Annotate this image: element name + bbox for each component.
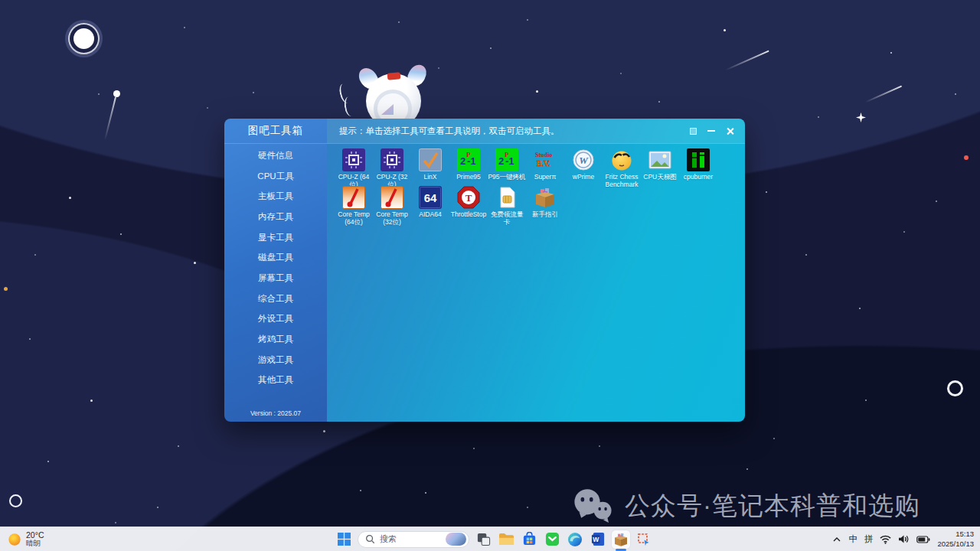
tool-item[interactable]: CPU天梯图	[641, 148, 679, 181]
sidebar-item-10[interactable]: 游戏工具	[224, 350, 327, 370]
aida64-icon: 64	[419, 186, 442, 209]
version-label: Version : 2025.07	[224, 409, 327, 417]
svg-text:-1: -1	[467, 155, 476, 167]
windows-logo-icon	[338, 533, 351, 546]
tool-item[interactable]: WwPrime	[564, 148, 603, 181]
simcard-icon	[495, 186, 518, 209]
star	[490, 47, 492, 49]
sidebar-item-6[interactable]: 屏幕工具	[224, 268, 327, 289]
sidebar-item-4[interactable]: 显卡工具	[224, 227, 327, 248]
start-button[interactable]	[335, 530, 353, 549]
tool-item[interactable]: CPU-Z (32位)	[373, 148, 411, 188]
sidebar-item-9[interactable]: 烤鸡工具	[224, 329, 327, 350]
star	[766, 191, 767, 193]
menu-button[interactable]	[684, 122, 702, 140]
edge-icon	[567, 532, 583, 547]
minimize-icon	[707, 130, 715, 132]
star	[115, 522, 116, 523]
sidebar-item-11[interactable]: 其他工具	[224, 370, 327, 391]
tray-date: 2025/10/13	[937, 540, 974, 548]
tool-item[interactable]: 64AIDA64	[411, 186, 449, 218]
star	[473, 448, 475, 449]
svg-text:T: T	[466, 192, 472, 204]
star	[890, 52, 892, 54]
tool-item[interactable]: 免费领流量卡	[488, 186, 526, 226]
tray-overflow-button[interactable]	[832, 536, 841, 543]
star	[773, 438, 775, 439]
star	[178, 445, 179, 447]
sidebar-item-2[interactable]: 主板工具	[224, 186, 327, 207]
sidebar-item-5[interactable]: 磁盘工具	[224, 247, 327, 268]
weather-widget[interactable]: 20°C 晴朗	[8, 530, 44, 548]
tool-item[interactable]: StudioB.V.Superπ	[526, 148, 564, 181]
prime95-icon: 2P-1	[495, 148, 518, 171]
tool-grid: CPU-Z (64位)CPU-Z (32位)LinX2P-1Prime952P-…	[327, 144, 745, 223]
tool-item[interactable]: 2P-1P95一键烤机	[488, 148, 526, 181]
tool-item[interactable]: CPU-Z (64位)	[335, 148, 373, 188]
sidebar-item-8[interactable]: 外设工具	[224, 309, 327, 330]
shooting-star	[865, 86, 902, 103]
tray-time: 15:13	[956, 530, 974, 538]
star	[746, 468, 748, 470]
search-icon	[365, 534, 375, 544]
tool-item[interactable]: TThrottleStop	[449, 186, 488, 218]
svg-text:2: 2	[498, 155, 504, 167]
volume-icon	[898, 534, 910, 544]
sidebar-item-0[interactable]: 硬件信息	[224, 145, 327, 166]
cpuz-icon	[342, 148, 365, 171]
edge-button[interactable]	[566, 530, 584, 549]
star	[527, 19, 528, 21]
ime-mode-button[interactable]: 拼	[864, 533, 874, 545]
taskbar-center: 搜索	[335, 527, 653, 551]
tool-item[interactable]: Core Temp (64位)	[335, 186, 373, 226]
desktop: 图吧工具箱 硬件信息CPU工具主板工具内存工具显卡工具磁盘工具屏幕工具综合工具外…	[0, 0, 980, 551]
sun-icon	[8, 533, 21, 546]
prime95-icon: 2P-1	[457, 148, 480, 171]
tool-item[interactable]: cpuburner	[679, 148, 717, 181]
taskbar: 20°C 晴朗 搜索	[0, 527, 980, 551]
tool-item[interactable]: 新手指引	[526, 186, 564, 218]
toolbox-app-button[interactable]	[612, 530, 630, 549]
star	[253, 92, 254, 93]
tool-item[interactable]: Core Temp (32位)	[373, 186, 411, 226]
svg-text:B.V.: B.V.	[537, 159, 550, 168]
file-explorer-button[interactable]	[497, 530, 515, 549]
tool-label: cpuburner	[684, 173, 713, 181]
shooting-star	[725, 50, 769, 70]
tool-item[interactable]: LinX	[411, 148, 449, 181]
close-button[interactable]	[720, 122, 739, 140]
task-view-button[interactable]	[474, 530, 492, 549]
wifi-button[interactable]	[880, 535, 891, 544]
task-view-icon	[476, 532, 491, 546]
svg-text:W: W	[593, 536, 599, 543]
word-button[interactable]: W	[589, 530, 607, 549]
planet-ring-icon	[9, 494, 22, 507]
star	[323, 430, 325, 432]
sidebar-item-1[interactable]: CPU工具	[224, 166, 327, 187]
sidebar-item-3[interactable]: 内存工具	[224, 207, 327, 227]
sidebar-item-7[interactable]: 综合工具	[224, 289, 327, 309]
clock[interactable]: 15:13 2025/10/13	[937, 530, 974, 549]
word-icon: W	[591, 532, 606, 546]
search-input[interactable]: 搜索	[358, 531, 469, 548]
star	[805, 254, 807, 256]
svg-text:64: 64	[424, 191, 437, 204]
tool-label: 新手指引	[532, 210, 558, 218]
tool-label: Superπ	[534, 173, 557, 181]
ime-language-button[interactable]: 中	[848, 533, 858, 545]
tool-item[interactable]: Fritz Chess Benchmark	[603, 148, 641, 188]
sparkle-star-icon	[856, 112, 866, 126]
capture-tool-button[interactable]	[635, 530, 653, 549]
moon-icon	[74, 28, 94, 49]
star	[184, 27, 185, 28]
green-app-button[interactable]	[543, 530, 561, 549]
tool-item[interactable]: 2P-1Prime95	[449, 148, 488, 181]
tool-label: Prime95	[456, 173, 481, 181]
fritz-icon	[610, 148, 633, 171]
volume-button[interactable]	[898, 534, 910, 544]
store-button[interactable]	[520, 530, 538, 549]
star	[865, 399, 867, 401]
star	[818, 116, 819, 118]
battery-button[interactable]	[916, 536, 930, 543]
minimize-button[interactable]	[702, 122, 720, 140]
